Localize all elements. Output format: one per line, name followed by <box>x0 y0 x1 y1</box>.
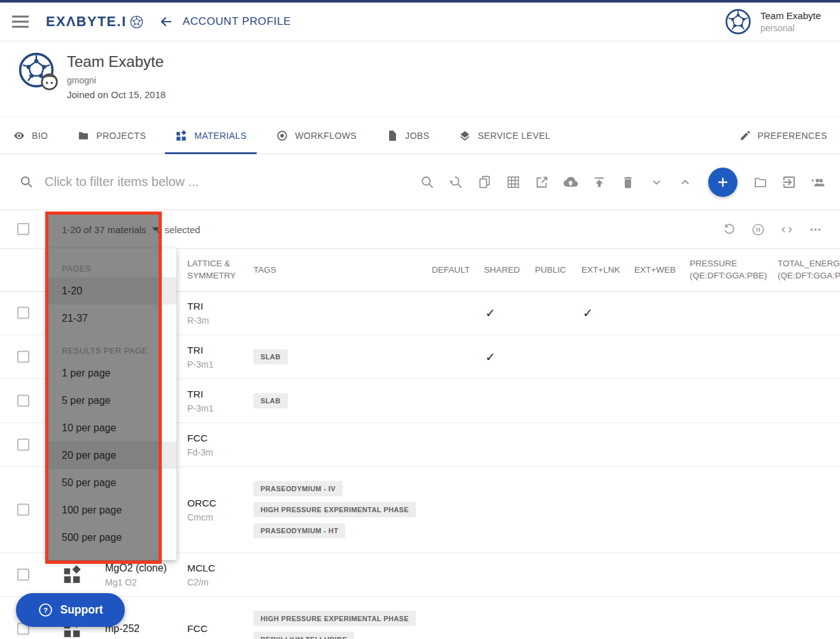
dropdown-item[interactable]: 20 per page <box>46 442 176 469</box>
ext-lnk-check-icon: ✓ <box>583 306 593 320</box>
symmetry-group: Fd-3m <box>187 447 213 457</box>
account-menu[interactable]: Team Exabyte personal <box>725 8 829 35</box>
search-icon[interactable] <box>420 175 435 190</box>
add-material-button[interactable] <box>708 168 737 197</box>
search-icon <box>19 175 34 189</box>
dropdown-item[interactable]: 1 per page <box>46 359 176 387</box>
dropdown-item[interactable]: 10 per page <box>46 414 176 442</box>
row-checkbox[interactable] <box>17 395 29 407</box>
column-header-extlnk[interactable]: EXT+LNK <box>581 264 620 276</box>
tab-materials[interactable]: MATERIALS <box>165 117 257 154</box>
back-arrow-icon[interactable] <box>159 14 174 29</box>
symmetry-group: C2/m <box>187 577 215 587</box>
material-icon <box>62 564 83 585</box>
lattice-cell: ORCCCmcm <box>187 498 217 522</box>
tab-service-level[interactable]: SERVICE LEVEL <box>448 117 560 154</box>
row-checkbox[interactable] <box>17 439 29 451</box>
preferences-button[interactable]: PREFERENCES <box>739 129 827 141</box>
copy-icon[interactable] <box>477 175 492 190</box>
tag-chip: BERYLLIUM TELLURIDE <box>253 632 354 639</box>
material-formula: Mg1 O2 <box>105 577 167 587</box>
tab-projects[interactable]: PROJECTS <box>67 117 156 154</box>
column-header-extweb[interactable]: EXT+WEB <box>634 264 676 276</box>
pagination-dropdown: PAGES1-2021-37RESULTS PER PAGE1 per page… <box>46 248 176 560</box>
material-name-cell: MgO2 (clone)Mg1 O2 <box>105 563 167 587</box>
profile-header: Team Exabyte gmogni Joined on Oct 15, 20… <box>18 41 166 100</box>
tab-workflows[interactable]: WORKFLOWS <box>266 117 367 154</box>
open-in-new-icon[interactable] <box>534 175 550 190</box>
profile-joined: Joined on Oct 15, 2018 <box>67 89 166 100</box>
column-header-pressure[interactable]: PRESSURE(QE:DFT:GGA:PBE) <box>690 257 771 282</box>
chevron-up-icon[interactable] <box>678 175 693 190</box>
lattice-cell: FCC <box>187 623 208 635</box>
table-row[interactable]: mp-252FCCHIGH PRESSURE EXPERIMENTAL PHAS… <box>0 597 840 639</box>
support-label: Support <box>60 603 103 617</box>
filter-input[interactable]: Click to filter items below ... <box>45 175 199 189</box>
column-header-default[interactable]: DEFAULT <box>432 264 470 276</box>
lattice-type: FCC <box>187 623 208 635</box>
tags-cell: HIGH PRESSURE EXPERIMENTAL PHASEBERYLLIU… <box>253 611 416 639</box>
profile-avatar <box>18 52 55 89</box>
account-names: Team Exabyte personal <box>760 10 821 33</box>
materials-toolbar-icons <box>420 168 825 197</box>
hamburger-menu-icon[interactable] <box>11 15 29 29</box>
preferences-label: PREFERENCES <box>758 131 827 141</box>
dropdown-section-title: PAGES <box>46 255 176 277</box>
column-header-shared[interactable]: SHARED <box>484 264 520 276</box>
tab-label: BIO <box>32 131 48 141</box>
pagination-trigger[interactable]: 1-20 of 37 materials <box>62 210 159 248</box>
logo-ball-icon <box>130 15 143 29</box>
dropdown-item[interactable]: 500 per page <box>46 524 176 551</box>
materials-icon <box>175 129 188 142</box>
lattice-type: FCC <box>187 433 213 444</box>
dropdown-item[interactable]: 5 per page <box>46 387 176 414</box>
select-all-checkbox[interactable] <box>17 223 29 235</box>
delete-icon[interactable] <box>620 175 636 190</box>
exit-to-app-icon[interactable] <box>781 175 797 190</box>
column-header-public[interactable]: PUBLIC <box>535 264 566 276</box>
folder-icon[interactable] <box>753 175 768 190</box>
pause-circle-icon[interactable] <box>751 222 765 237</box>
lattice-type: TRI <box>187 389 213 400</box>
folder-icon <box>77 129 90 142</box>
account-name: Team Exabyte <box>760 10 821 21</box>
tag-chip: HIGH PRESSURE EXPERIMENTAL PHASE <box>253 502 416 517</box>
support-button[interactable]: ? Support <box>16 593 125 627</box>
column-header-tags[interactable]: TAGS <box>253 264 276 276</box>
cloud-upload-icon[interactable] <box>563 175 578 190</box>
logo-text: EXΛBYTE.I <box>46 14 127 30</box>
profile-tabs: BIO PROJECTS MATERIALS WORKFLOWS JOBS SE… <box>0 117 840 154</box>
dropdown-item[interactable]: 21-37 <box>46 305 176 332</box>
lattice-type: MCLC <box>187 563 215 574</box>
more-horizontal-icon[interactable] <box>808 222 823 237</box>
symmetry-group: P-3m1 <box>187 403 213 413</box>
code-icon[interactable] <box>779 222 794 237</box>
tab-label: PROJECTS <box>96 131 146 141</box>
row-checkbox[interactable] <box>17 307 29 319</box>
lattice-cell: TRIR-3m <box>187 301 209 326</box>
eye-icon <box>13 129 25 142</box>
dropdown-item[interactable]: 100 per page <box>46 496 176 524</box>
column-header-lattice[interactable]: LATTICE & SYMMETRY <box>187 257 241 282</box>
column-header-total-energy[interactable]: TOTAL_ENERGY(QE:DFT:GGA:PBE) <box>778 257 840 282</box>
dropdown-item[interactable]: 1-20 <box>46 277 176 305</box>
exabyte-logo[interactable]: EXΛBYTE.I <box>46 14 143 30</box>
selection-actions <box>722 210 823 248</box>
tab-label: SERVICE LEVEL <box>478 131 550 141</box>
tab-bio[interactable]: BIO <box>3 117 58 154</box>
row-checkbox[interactable] <box>17 504 29 516</box>
restore-icon[interactable] <box>722 222 737 237</box>
grid-icon[interactable] <box>506 175 521 190</box>
group-add-icon[interactable] <box>810 175 825 190</box>
row-checkbox[interactable] <box>17 351 29 363</box>
dropdown-item[interactable]: 50 per page <box>46 469 176 496</box>
publish-upload-icon[interactable] <box>592 175 607 190</box>
tags-cell: SLAB <box>253 349 288 364</box>
tab-jobs[interactable]: JOBS <box>376 117 439 154</box>
tab-label: WORKFLOWS <box>295 131 357 141</box>
profile-username: gmogni <box>67 75 166 85</box>
searched-for-icon[interactable] <box>448 175 464 190</box>
row-checkbox[interactable] <box>17 569 29 581</box>
profile-name: Team Exabyte <box>67 53 166 71</box>
chevron-down-icon[interactable] <box>649 175 664 190</box>
